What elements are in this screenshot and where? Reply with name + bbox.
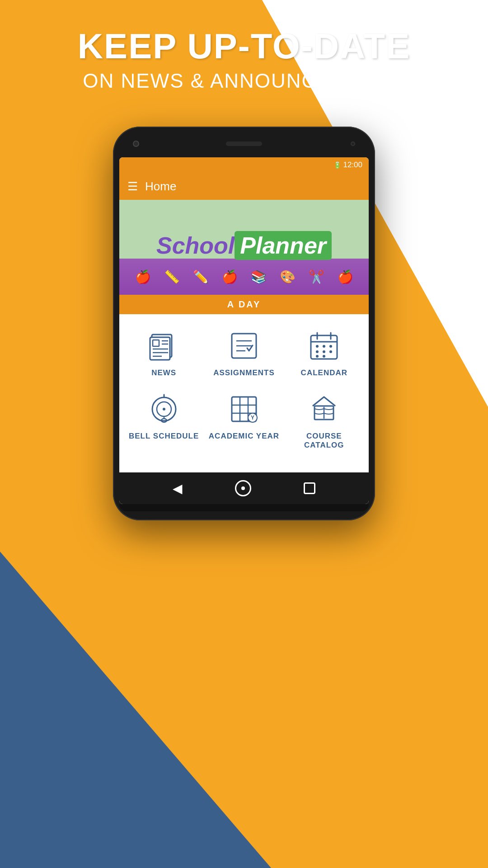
front-camera [133, 141, 139, 147]
status-bar: 🔋 12:00 [119, 157, 369, 173]
app-bar-title: Home [145, 179, 176, 193]
menu-grid: NEWS ASSIGNME [119, 314, 369, 472]
deco-apple-2: 🍎 [222, 269, 238, 284]
home-button-dot [241, 486, 245, 490]
deco-book: 📚 [251, 269, 267, 284]
school-planner-logo: School Planner [156, 231, 332, 260]
svg-point-20 [323, 350, 325, 353]
a-day-label: A DAY [227, 299, 261, 309]
calendar-icon [308, 330, 340, 362]
background-blue-triangle [0, 552, 271, 868]
deco-paint: 🎨 [280, 269, 296, 284]
a-day-bar: A DAY [119, 295, 369, 314]
phone-speaker [226, 142, 262, 146]
assignments-icon [228, 330, 260, 362]
banner-decoration: 🍎 📏 ✏️ 🍎 📚 🎨 ✂️ 🍎 [119, 259, 369, 295]
back-button[interactable]: ◀ [173, 481, 183, 496]
svg-text:Y: Y [251, 415, 254, 421]
menu-item-course-catalog[interactable]: COURSE CATALOG [288, 391, 360, 450]
header-subtitle: ON NEWS & ANNOUNCEMENTS [0, 70, 488, 92]
svg-point-17 [323, 345, 325, 348]
academic-year-label: ACADEMIC YEAR [209, 432, 279, 441]
logo-planner-text: Planner [235, 231, 332, 260]
menu-row-1: NEWS ASSIGNME [124, 328, 364, 377]
course-catalog-icon-wrap [306, 391, 342, 427]
status-time: 12:00 [343, 160, 362, 170]
news-icon-wrap [146, 328, 182, 364]
news-icon [148, 330, 180, 362]
phone-nav-bar: ◀ [119, 472, 369, 504]
news-label: NEWS [151, 368, 176, 377]
phone-device: 🔋 12:00 ☰ Home School Planner 🍎 📏 ✏️ [113, 127, 375, 520]
deco-ruler: 📏 [164, 269, 180, 284]
deco-apple-3: 🍎 [338, 269, 353, 284]
svg-point-18 [329, 345, 332, 348]
svg-point-22 [316, 355, 319, 358]
academic-year-icon: Y [228, 393, 260, 425]
course-catalog-label: COURSE CATALOG [288, 432, 360, 450]
svg-point-19 [316, 350, 319, 353]
svg-point-23 [323, 355, 325, 358]
deco-apple-1: 🍎 [135, 269, 151, 284]
bell-schedule-label: BELL SCHEDULE [129, 432, 199, 441]
phone-top-bar [119, 136, 369, 152]
menu-item-bell-schedule[interactable]: BELL SCHEDULE [128, 391, 200, 441]
bell-schedule-icon-wrap [146, 391, 182, 427]
battery-icon: 🔋 [333, 161, 341, 169]
menu-row-2: BELL SCHEDULE [124, 391, 364, 450]
deco-pencil: ✏️ [193, 269, 209, 284]
menu-item-calendar[interactable]: CALENDAR [288, 328, 360, 377]
menu-item-news[interactable]: NEWS [128, 328, 200, 377]
assignments-label: ASSIGNMENTS [213, 368, 275, 377]
phone-screen: 🔋 12:00 ☰ Home School Planner 🍎 📏 ✏️ [119, 157, 369, 504]
course-catalog-icon [308, 393, 340, 425]
menu-item-academic-year[interactable]: Y ACADEMIC YEAR [208, 391, 280, 441]
bell-schedule-icon [148, 393, 180, 425]
home-button[interactable] [235, 480, 251, 496]
phone-chin [119, 504, 369, 511]
menu-item-assignments[interactable]: ASSIGNMENTS [208, 328, 280, 377]
svg-point-27 [163, 408, 165, 410]
header-title: KEEP UP-TO-DATE [0, 27, 488, 66]
recents-button[interactable] [304, 482, 315, 494]
app-bar: ☰ Home [119, 173, 369, 200]
sensor-dot [351, 142, 355, 146]
calendar-label: CALENDAR [301, 368, 347, 377]
academic-year-icon-wrap: Y [226, 391, 262, 427]
phone-outer-shell: 🔋 12:00 ☰ Home School Planner 🍎 📏 ✏️ [113, 127, 375, 520]
calendar-icon-wrap [306, 328, 342, 364]
hamburger-menu-icon[interactable]: ☰ [127, 180, 137, 192]
logo-school-text: School [156, 232, 235, 259]
assignments-icon-wrap [226, 328, 262, 364]
school-planner-banner: School Planner 🍎 📏 ✏️ 🍎 📚 🎨 ✂️ 🍎 [119, 200, 369, 295]
header-section: KEEP UP-TO-DATE ON NEWS & ANNOUNCEMENTS [0, 27, 488, 92]
deco-scissors: ✂️ [309, 269, 324, 284]
svg-point-16 [316, 345, 319, 348]
svg-point-21 [329, 350, 332, 353]
